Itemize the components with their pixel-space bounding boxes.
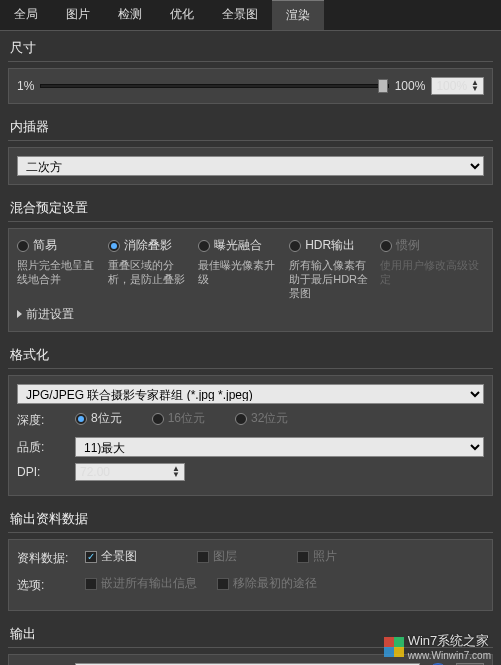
quality-label: 品质:: [17, 439, 67, 456]
outdata-remove-label: 移除最初的途径: [233, 575, 317, 592]
blend-label-ghost: 消除叠影: [124, 237, 172, 254]
outdata-header: 输出资料数据: [8, 506, 493, 533]
size-section: 1% 100% 100%▲▼: [8, 68, 493, 104]
tab-image[interactable]: 图片: [52, 0, 104, 30]
dpi-value: 72.00: [80, 465, 168, 479]
interp-section: 二次方: [8, 147, 493, 185]
size-header: 尺寸: [8, 35, 493, 62]
quality-select[interactable]: 11)最大: [75, 437, 484, 457]
tab-optimize[interactable]: 优化: [156, 0, 208, 30]
blend-advance-label: 前进设置: [26, 307, 74, 321]
blend-label-exposure: 曝光融合: [214, 237, 262, 254]
depth-radio-8[interactable]: 8位元: [75, 410, 122, 427]
outdata-layers-label: 图层: [213, 548, 237, 565]
depth-16-label: 16位元: [168, 410, 205, 427]
interp-header: 内插器: [8, 114, 493, 141]
blend-label-hdr: HDR输出: [305, 237, 355, 254]
blend-desc-custom: 使用用户修改高级设定: [380, 258, 484, 286]
dpi-spinner[interactable]: 72.00▲▼: [75, 463, 185, 481]
checkbox-icon: [217, 578, 229, 590]
radio-icon: [380, 240, 392, 252]
format-header: 格式化: [8, 342, 493, 369]
depth-radio-32: 32位元: [235, 410, 288, 427]
radio-icon: [289, 240, 301, 252]
tab-render[interactable]: 渲染: [272, 0, 324, 30]
blend-header: 混合预定设置: [8, 195, 493, 222]
checkbox-icon: [85, 551, 97, 563]
tab-global[interactable]: 全局: [0, 0, 52, 30]
outdata-embed-label: 嵌进所有输出信息: [101, 575, 197, 592]
tab-bar: 全局 图片 检测 优化 全景图 渲染: [0, 0, 501, 31]
size-slider[interactable]: [40, 84, 388, 88]
size-slider-thumb[interactable]: [378, 79, 388, 93]
output-header: 输出: [8, 621, 493, 648]
depth-label: 深度:: [17, 412, 67, 429]
tab-panorama[interactable]: 全景图: [208, 0, 272, 30]
blend-radio-exposure[interactable]: 曝光融合: [198, 237, 285, 254]
blend-desc-simple: 照片完全地呈直线地合并: [17, 258, 104, 286]
radio-icon: [75, 413, 87, 425]
outdata-opt-label: 选项:: [17, 577, 77, 594]
spinner-arrows-icon[interactable]: ▲▼: [471, 80, 479, 92]
format-file-select[interactable]: JPG/JPEG 联合摄影专家群组 (*.jpg *.jpeg): [17, 384, 484, 404]
depth-32-label: 32位元: [251, 410, 288, 427]
depth-8-label: 8位元: [91, 410, 122, 427]
outdata-label: 资料数据:: [17, 550, 77, 567]
blend-radio-hdr[interactable]: HDR输出: [289, 237, 376, 254]
outdata-section: 资料数据: 全景图 图层 照片 选项: 嵌进所有输出信息 移除最初的途径: [8, 539, 493, 611]
size-value: 100%: [436, 79, 467, 93]
blend-label-custom: 惯例: [396, 237, 420, 254]
blend-desc-hdr: 所有输入像素有助于最后HDR全景图: [289, 258, 376, 300]
blend-radio-simple[interactable]: 简易: [17, 237, 104, 254]
outdata-photos-label: 照片: [313, 548, 337, 565]
blend-desc-ghost: 重叠区域的分析，是防止叠影: [108, 258, 195, 286]
dpi-label: DPI:: [17, 465, 67, 479]
outdata-chk-layers[interactable]: 图层: [197, 548, 237, 565]
checkbox-icon: [85, 578, 97, 590]
size-max-label: 100%: [395, 79, 426, 93]
blend-desc-exposure: 最佳曝光像素升级: [198, 258, 285, 286]
spinner-arrows-icon[interactable]: ▲▼: [172, 466, 180, 478]
radio-icon: [17, 240, 29, 252]
depth-radio-16: 16位元: [152, 410, 205, 427]
outdata-opt-embed: 嵌进所有输出信息: [85, 575, 197, 592]
size-min-label: 1%: [17, 79, 34, 93]
tab-detect[interactable]: 检测: [104, 0, 156, 30]
checkbox-icon: [197, 551, 209, 563]
outdata-chk-panorama[interactable]: 全景图: [85, 548, 137, 565]
outdata-opt-remove: 移除最初的途径: [217, 575, 317, 592]
interp-select[interactable]: 二次方: [17, 156, 484, 176]
blend-section: 简易照片完全地呈直线地合并 消除叠影重叠区域的分析，是防止叠影 曝光融合最佳曝光…: [8, 228, 493, 332]
radio-icon: [198, 240, 210, 252]
blend-label-simple: 简易: [33, 237, 57, 254]
blend-advance-button[interactable]: 前进设置: [17, 306, 484, 323]
checkbox-icon: [297, 551, 309, 563]
radio-icon: [235, 413, 247, 425]
output-section: 文件夹: ? ... 文件名: ? 覆盖已经存在的文件 在文件名前面添加数字前缀…: [8, 654, 493, 665]
outdata-chk-photos[interactable]: 照片: [297, 548, 337, 565]
blend-radio-custom[interactable]: 惯例: [380, 237, 484, 254]
size-spinner[interactable]: 100%▲▼: [431, 77, 484, 95]
outdata-panorama-label: 全景图: [101, 548, 137, 565]
blend-radio-ghost[interactable]: 消除叠影: [108, 237, 195, 254]
radio-icon: [108, 240, 120, 252]
radio-icon: [152, 413, 164, 425]
format-section: JPG/JPEG 联合摄影专家群组 (*.jpg *.jpeg) 深度: 8位元…: [8, 375, 493, 496]
triangle-right-icon: [17, 310, 22, 318]
